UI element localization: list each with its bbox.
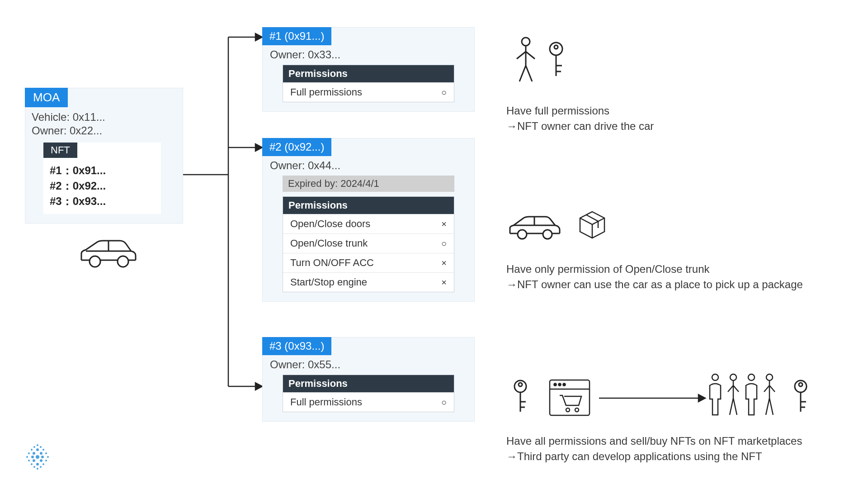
- svg-point-40: [748, 374, 755, 380]
- nft-owner: Owner: 0x44...: [270, 159, 467, 172]
- svg-point-27: [519, 383, 522, 386]
- nft-card-header: #1 (0x91...): [262, 27, 331, 45]
- nft-card-2: #2 (0x92...) Owner: 0x44... Expired by: …: [262, 138, 475, 302]
- nft-expire: Expired by: 2024/4/1: [283, 176, 454, 192]
- moa-card: Vehicle: 0x11... Owner: 0x22... NFT #1：0…: [25, 88, 183, 223]
- perm-mark: ○: [441, 238, 447, 249]
- explain-line: →Third party can develop applications us…: [506, 449, 863, 464]
- svg-point-65: [45, 460, 47, 461]
- explain-line: Have all permissions and sell/buy NFTs o…: [506, 433, 863, 449]
- explain-block-2: Have only permission of Open/Close trunk…: [506, 262, 854, 292]
- svg-point-61: [47, 456, 49, 458]
- explain-line: Have full permissions: [506, 103, 850, 119]
- svg-point-22: [518, 230, 527, 239]
- brand-logo-icon: [22, 441, 53, 474]
- svg-point-57: [26, 456, 28, 458]
- svg-point-34: [559, 384, 561, 386]
- svg-point-48: [33, 446, 35, 448]
- perm-label: Turn ON/OFF ACC: [290, 257, 374, 269]
- svg-point-67: [36, 463, 39, 466]
- nft-item: #3：0x93...: [50, 194, 155, 209]
- key-icon: [790, 379, 811, 419]
- key-icon: [545, 41, 567, 83]
- perm-mark: ○: [441, 397, 447, 408]
- nft-card-header: #2 (0x92...): [262, 138, 331, 156]
- perm-header: Permissions: [283, 197, 454, 214]
- perm-mark: ○: [441, 87, 447, 98]
- nft-card-1: #1 (0x91...) Owner: 0x33... Permissions …: [262, 27, 475, 112]
- svg-point-58: [31, 456, 34, 458]
- nft-list: NFT #1：0x91... #2：0x92... #3：0x93...: [43, 143, 161, 214]
- person-icon: [513, 36, 538, 88]
- perm-row: Turn ON/OFF ACC×: [283, 253, 454, 272]
- svg-point-62: [28, 460, 30, 461]
- svg-point-38: [712, 374, 718, 380]
- svg-point-9: [90, 256, 100, 267]
- perm-row: Open/Close doors×: [283, 214, 454, 233]
- svg-point-56: [45, 452, 47, 454]
- nft-item: #2：0x92...: [50, 179, 155, 193]
- svg-point-53: [28, 452, 30, 454]
- svg-point-68: [42, 463, 44, 465]
- svg-point-15: [554, 45, 558, 49]
- perm-row: Full permissions ○: [283, 392, 454, 412]
- perm-row: Start/Stop engine×: [283, 272, 454, 292]
- svg-point-64: [40, 459, 42, 462]
- nft-item: #1：0x91...: [50, 163, 155, 178]
- nft-card-header: #3 (0x93...): [262, 337, 331, 355]
- perm-mark: ×: [441, 277, 447, 288]
- perm-table: Permissions Full permissions ○: [283, 375, 454, 412]
- svg-point-51: [36, 448, 39, 451]
- perm-mark: ×: [441, 258, 447, 268]
- perm-row: Open/Close trunk○: [283, 233, 454, 253]
- svg-point-39: [730, 374, 736, 380]
- perm-header: Permissions: [283, 375, 454, 392]
- moa-owner: Owner: 0x22...: [32, 124, 176, 137]
- perm-label: Start/Stop engine: [290, 276, 367, 288]
- svg-point-60: [41, 456, 44, 458]
- perm-label: Open/Close doors: [290, 218, 370, 230]
- moa-tag: MOA: [25, 88, 68, 107]
- svg-point-10: [118, 256, 128, 267]
- svg-point-71: [37, 468, 38, 470]
- perm-label: Full permissions: [290, 396, 362, 408]
- perm-table: Permissions Full permissions ○: [283, 65, 454, 102]
- svg-point-49: [40, 446, 42, 448]
- explain-line: →NFT owner can use the car as a place to…: [506, 277, 854, 292]
- svg-point-36: [566, 408, 570, 412]
- nft-card-3: #3 (0x93...) Owner: 0x55... Permissions …: [262, 337, 475, 422]
- key-icon: [510, 379, 531, 419]
- people-icon: [705, 372, 782, 423]
- explain-line: Have only permission of Open/Close trunk: [506, 262, 854, 277]
- svg-point-69: [33, 466, 35, 468]
- marketplace-icon: [547, 377, 592, 420]
- svg-point-70: [40, 466, 42, 468]
- perm-label: Full permissions: [290, 86, 362, 98]
- svg-point-37: [575, 408, 579, 412]
- svg-point-35: [563, 384, 566, 386]
- explain-line: →NFT owner can drive the car: [506, 119, 850, 134]
- perm-label: Open/Close trunk: [290, 238, 368, 249]
- nft-owner: Owner: 0x55...: [270, 358, 467, 371]
- explain-block-1: Have full permissions →NFT owner can dri…: [506, 103, 850, 133]
- svg-point-63: [33, 459, 35, 462]
- nft-owner: Owner: 0x33...: [270, 48, 467, 61]
- svg-point-13: [522, 38, 530, 46]
- svg-point-52: [42, 449, 44, 451]
- perm-row: Full permissions ○: [283, 82, 454, 102]
- svg-point-66: [31, 463, 33, 465]
- svg-point-33: [554, 384, 557, 386]
- svg-point-50: [31, 449, 33, 451]
- svg-point-43: [799, 383, 802, 386]
- perm-table: Permissions Open/Close doors× Open/Close…: [283, 196, 454, 292]
- svg-point-54: [33, 452, 35, 455]
- explain-block-3: Have all permissions and sell/buy NFTs o…: [506, 433, 863, 464]
- package-icon: [576, 209, 608, 242]
- car-icon: [506, 212, 565, 245]
- svg-point-23: [543, 230, 552, 239]
- svg-point-59: [36, 455, 39, 459]
- svg-point-55: [40, 452, 42, 455]
- nft-list-label: NFT: [43, 143, 77, 158]
- perm-mark: ×: [441, 219, 447, 229]
- svg-point-41: [766, 374, 773, 380]
